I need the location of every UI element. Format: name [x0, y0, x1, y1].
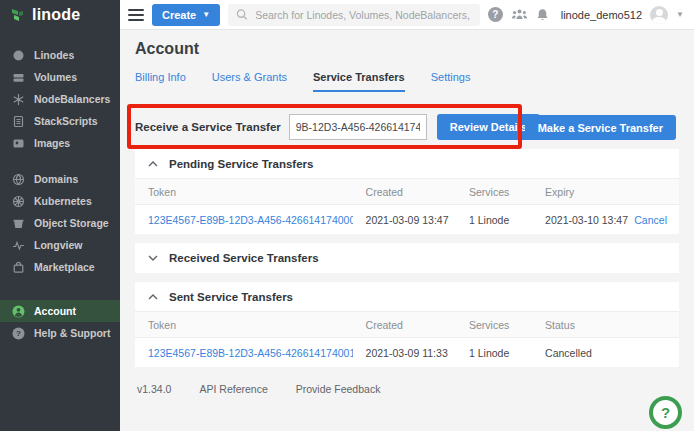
page-title: Account [135, 40, 679, 58]
footer-version-link[interactable]: v1.34.0 [137, 383, 171, 395]
search-input[interactable] [255, 9, 472, 21]
pending-table-row: 123E4567-E89B-12D3-A456-426614174000 202… [135, 205, 679, 234]
pending-transfers-section: Pending Service Transfers Token Created … [135, 149, 679, 234]
username-label[interactable]: linode_demo512 [561, 9, 642, 21]
sidebar-nav: Linodes Volumes NodeBalancers StackScrip… [0, 44, 120, 344]
footer-api-reference-link[interactable]: API Reference [199, 383, 267, 395]
pending-token-link[interactable]: 123E4567-E89B-12D3-A456-426614174000 [148, 214, 353, 226]
account-person-icon [12, 305, 25, 318]
linode-icon [12, 49, 25, 62]
tab-bar: Billing Info Users & Grants Service Tran… [135, 71, 679, 92]
nodebalancer-icon [12, 93, 25, 106]
sidebar-item-domains[interactable]: Domains [0, 168, 120, 190]
sent-table-header: Token Created Services Status [135, 312, 679, 338]
sidebar-item-linodes[interactable]: Linodes [0, 44, 120, 66]
pending-section-header[interactable]: Pending Service Transfers [135, 149, 679, 179]
sidebar-item-volumes[interactable]: Volumes [0, 66, 120, 88]
tab-users-grants[interactable]: Users & Grants [212, 71, 287, 92]
notifications-bell-icon[interactable] [536, 8, 549, 22]
sidebar-item-help-support[interactable]: ? Help & Support [0, 322, 120, 344]
sent-created: 2021-03-09 11:33 [353, 347, 456, 359]
sidebar-group-compute: Linodes Volumes NodeBalancers StackScrip… [0, 44, 120, 154]
pending-created: 2021-03-09 13:47 [353, 214, 456, 226]
community-icon[interactable] [511, 8, 528, 21]
avatar[interactable] [650, 6, 668, 24]
chevron-up-icon [148, 294, 158, 300]
help-chat-button[interactable]: ? [649, 396, 682, 429]
receive-transfer-label: Receive a Service Transfer [135, 121, 281, 133]
tab-settings[interactable]: Settings [431, 71, 471, 92]
sidebar-item-longview[interactable]: Longview [0, 234, 120, 256]
volume-icon [12, 71, 25, 84]
menu-icon[interactable] [128, 9, 144, 21]
footer-provide-feedback-link[interactable]: Provide Feedback [296, 383, 381, 395]
user-menu-chevron-icon[interactable]: ▼ [676, 10, 684, 19]
sent-section-header[interactable]: Sent Service Transfers [135, 282, 679, 312]
make-service-transfer-button[interactable]: Make a Service Transfer [525, 115, 676, 140]
sidebar-group-services: Domains Kubernetes Object Storage Longvi… [0, 168, 120, 278]
sidebar-item-images[interactable]: Images [0, 132, 120, 154]
footer: v1.34.0 API Reference Provide Feedback [135, 383, 679, 395]
receive-transfer-row: Receive a Service Transfer Review Detail… [135, 114, 679, 140]
pulse-icon [12, 239, 25, 252]
chevron-down-icon [148, 255, 158, 261]
stackscript-icon [12, 115, 25, 128]
sent-services: 1 Linode [456, 347, 532, 359]
transfer-token-input[interactable] [289, 114, 427, 140]
cancel-link[interactable]: Cancel [630, 214, 679, 226]
sidebar-item-stackscripts[interactable]: StackScripts [0, 110, 120, 132]
sidebar-item-kubernetes[interactable]: Kubernetes [0, 190, 120, 212]
sidebar-item-nodebalancers[interactable]: NodeBalancers [0, 88, 120, 110]
top-bar: Create ▼ ? linode_demo512 ▼ [120, 0, 694, 30]
search-icon [236, 8, 248, 21]
tab-billing-info[interactable]: Billing Info [135, 71, 186, 92]
sent-status: Cancelled [532, 347, 679, 359]
sidebar-item-account[interactable]: Account [0, 300, 120, 322]
sent-token-link[interactable]: 123E4567-E89B-12D3-A456-426614174001 [148, 347, 353, 359]
received-section-header[interactable]: Received Service Transfers [135, 243, 679, 273]
tab-service-transfers[interactable]: Service Transfers [313, 71, 405, 92]
search-bar[interactable] [228, 4, 480, 26]
sidebar-item-marketplace[interactable]: Marketplace [0, 256, 120, 278]
kubernetes-icon [12, 195, 25, 208]
help-icon[interactable]: ? [488, 7, 503, 22]
help-circle-icon: ? [12, 327, 25, 340]
linode-logo-text: linode [32, 6, 80, 24]
globe-icon [12, 173, 25, 186]
shopping-bag-icon [12, 261, 25, 274]
chevron-down-icon: ▼ [202, 10, 210, 19]
svg-text:?: ? [16, 329, 21, 338]
sidebar-item-object-storage[interactable]: Object Storage [0, 212, 120, 234]
sent-table-row: 123E4567-E89B-12D3-A456-426614174001 202… [135, 338, 679, 367]
chevron-up-icon [148, 161, 158, 167]
image-icon [12, 137, 25, 150]
sidebar: linode Linodes Volumes NodeBalancer [0, 0, 120, 431]
pending-table-header: Token Created Services Expiry [135, 179, 679, 205]
received-transfers-section: Received Service Transfers [135, 243, 679, 273]
linode-logo[interactable]: linode [0, 0, 120, 30]
sidebar-group-account: Account ? Help & Support [0, 300, 120, 344]
linode-logo-icon [10, 7, 26, 23]
pending-expiry: 2021-03-10 13:47 [532, 214, 630, 226]
app-window: linode Linodes Volumes NodeBalancer [0, 0, 694, 431]
bucket-icon [12, 217, 25, 230]
sent-transfers-section: Sent Service Transfers Token Created Ser… [135, 282, 679, 367]
pending-services: 1 Linode [456, 214, 532, 226]
create-button[interactable]: Create ▼ [152, 4, 220, 26]
main-content: Account Billing Info Users & Grants Serv… [120, 30, 694, 431]
